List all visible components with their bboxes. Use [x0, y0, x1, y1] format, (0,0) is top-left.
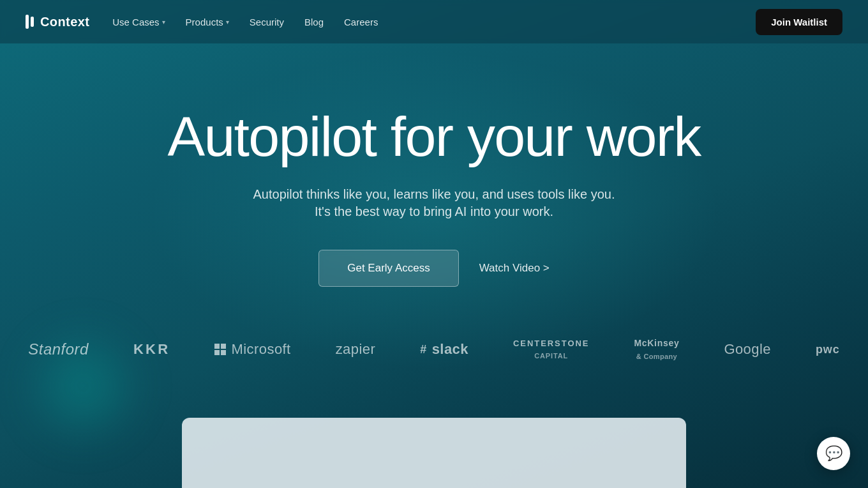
chevron-down-icon: ▾ — [162, 19, 165, 26]
navbar: Context Use Cases ▾ Products ▾ — [0, 0, 868, 43]
logo-stanford: Stanford — [28, 340, 89, 358]
logo[interactable]: Context — [26, 15, 89, 29]
logo-mckinsey: McKinsey & Company — [634, 338, 679, 361]
nav-item-use-cases[interactable]: Use Cases ▾ — [112, 17, 165, 27]
logos-track: Stanford KKR Microsoft zapier # slack — [0, 338, 868, 361]
logos-section: Stanford KKR Microsoft zapier # slack — [0, 338, 868, 361]
nav-link-security[interactable]: Security — [250, 17, 284, 27]
logo-zapier: zapier — [336, 341, 376, 358]
nav-item-security[interactable]: Security — [250, 17, 284, 27]
nav-item-blog[interactable]: Blog — [304, 17, 324, 27]
logo-google: Google — [724, 341, 771, 358]
hero-subtitle-line1: Autopilot thinks like you, learns like y… — [253, 184, 615, 204]
nav-item-careers[interactable]: Careers — [344, 17, 378, 27]
logo-pwc: pwc — [816, 343, 840, 356]
watch-video-link[interactable]: Watch Video > — [479, 262, 550, 275]
slack-icon: # — [420, 343, 426, 356]
hero-section: Autopilot for your work Autopilot thinks… — [0, 43, 868, 287]
get-early-access-button[interactable]: Get Early Access — [318, 250, 458, 287]
chat-icon: 💬 — [825, 445, 842, 462]
microsoft-grid-icon — [214, 344, 226, 355]
join-waitlist-button[interactable]: Join Waitlist — [756, 9, 842, 35]
logo-centerstone: CENTERSTONE CAPITAL — [513, 339, 589, 360]
hero-subtitle-line2: It's the best way to bring AI into your … — [315, 204, 553, 219]
logo-icon — [26, 15, 34, 29]
nav-link-products[interactable]: Products ▾ — [186, 17, 229, 27]
logo-text: Context — [40, 15, 89, 29]
chevron-down-icon: ▾ — [226, 19, 229, 26]
nav-link-use-cases[interactable]: Use Cases ▾ — [112, 17, 165, 27]
nav-links: Use Cases ▾ Products ▾ Security — [112, 17, 378, 27]
logo-slack: # slack — [420, 341, 468, 358]
hero-cta-group: Get Early Access Watch Video > — [318, 250, 550, 287]
logo-kkr: KKR — [133, 341, 170, 358]
hero-title: Autopilot for your work — [167, 107, 700, 166]
nav-link-blog[interactable]: Blog — [304, 17, 324, 27]
logo-microsoft: Microsoft — [214, 341, 290, 358]
nav-item-products[interactable]: Products ▾ — [186, 17, 229, 27]
nav-link-careers[interactable]: Careers — [344, 17, 378, 27]
chat-widget[interactable]: 💬 — [817, 437, 850, 470]
